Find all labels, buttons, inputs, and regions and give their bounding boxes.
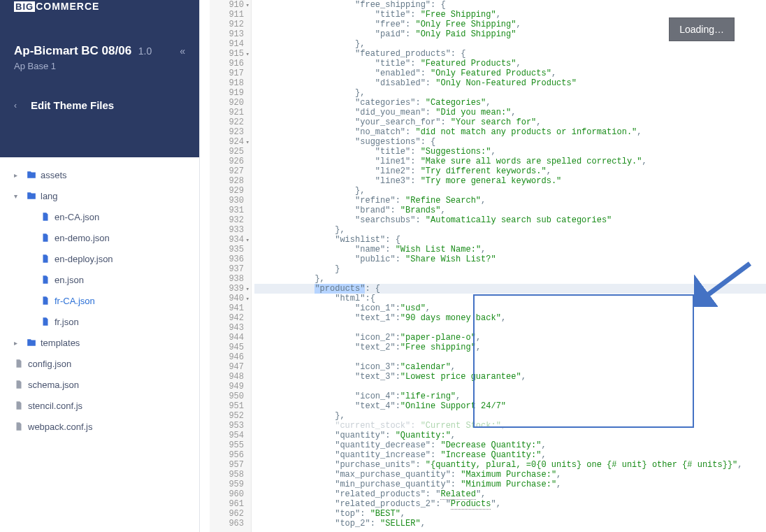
- code-line[interactable]: "top": "BEST",: [254, 509, 766, 519]
- code-line[interactable]: "suggestions": {: [254, 137, 766, 147]
- gutter-line[interactable]: 912: [210, 20, 244, 29]
- gutter-line[interactable]: 930: [210, 196, 244, 206]
- code-line[interactable]: "text_1":"90 days money back",: [254, 313, 766, 323]
- code-line[interactable]: "text_3":"Lowest price guarantee",: [254, 372, 766, 382]
- tree-file-stencil[interactable]: stencil.conf.js: [0, 395, 199, 416]
- tree-file-en-deploy[interactable]: en-deploy.json: [0, 248, 199, 269]
- code-line[interactable]: "brand": "Brands",: [254, 206, 766, 215]
- code-line[interactable]: "name": "Wish List Name:",: [254, 245, 766, 254]
- tree-file-en-demo[interactable]: en-demo.json: [0, 227, 199, 248]
- code-line[interactable]: "icon_3":"calendar",: [254, 362, 766, 372]
- gutter-line[interactable]: 945: [210, 343, 244, 352]
- code-line[interactable]: "products": {: [254, 284, 766, 294]
- gutter-line[interactable]: 918: [210, 78, 244, 88]
- gutter-line[interactable]: 957: [210, 460, 244, 470]
- chevron-down-icon[interactable]: ▾: [14, 192, 27, 200]
- code-line[interactable]: "searchsubs": "Automatically search sub …: [254, 215, 766, 225]
- gutter-line[interactable]: 916: [210, 59, 244, 69]
- code-line[interactable]: [254, 352, 766, 362]
- fold-icon[interactable]: ▾: [246, 285, 250, 294]
- code-line[interactable]: "icon_2":"paper-plane-o",: [254, 333, 766, 343]
- gutter-line[interactable]: 921: [210, 108, 244, 117]
- code-line[interactable]: "text_4":"Online Support 24/7": [254, 401, 766, 411]
- fold-icon[interactable]: ▾: [246, 236, 250, 245]
- code-line[interactable]: "refine": "Refine Search",: [254, 196, 766, 206]
- gutter-line[interactable]: 936: [210, 254, 244, 264]
- gutter-line[interactable]: 911: [210, 10, 244, 20]
- code-line[interactable]: "current_stock": "Current Stock:",: [254, 421, 766, 431]
- gutter-line[interactable]: 943: [210, 323, 244, 333]
- code-line[interactable]: [254, 323, 766, 333]
- code-editor[interactable]: 910▾911912913914915▾91691791891992092192…: [210, 0, 766, 532]
- tree-file-schema[interactable]: schema.json: [0, 374, 199, 395]
- gutter-line[interactable]: 931: [210, 206, 244, 215]
- editor-gutter[interactable]: 910▾911912913914915▾91691791891992092192…: [210, 0, 252, 532]
- gutter-line[interactable]: 951: [210, 401, 244, 411]
- code-line[interactable]: "related_products_2": "Products",: [254, 499, 766, 509]
- gutter-line[interactable]: 956: [210, 450, 244, 460]
- code-line[interactable]: }: [254, 264, 766, 274]
- gutter-line[interactable]: 914: [210, 39, 244, 49]
- gutter-line[interactable]: 958: [210, 470, 244, 480]
- tree-folder-assets[interactable]: ▸ assets: [0, 164, 199, 185]
- gutter-line[interactable]: 946: [210, 352, 244, 362]
- gutter-line[interactable]: 923: [210, 127, 244, 137]
- gutter-line[interactable]: 924▾: [210, 137, 244, 147]
- code-line[interactable]: "line1": "Make sure all words are spelle…: [254, 157, 766, 166]
- fold-icon[interactable]: ▾: [246, 50, 250, 59]
- code-line[interactable]: },: [254, 88, 766, 98]
- gutter-line[interactable]: 961: [210, 499, 244, 509]
- code-line[interactable]: "no_match": "did not match any products …: [254, 127, 766, 137]
- tree-folder-templates[interactable]: ▸ templates: [0, 332, 199, 353]
- tree-file-fr-ca[interactable]: fr-CA.json: [0, 290, 199, 311]
- gutter-line[interactable]: 937: [210, 264, 244, 274]
- code-line[interactable]: "wishlist": {: [254, 235, 766, 245]
- breadcrumb[interactable]: ‹ Edit Theme Files: [14, 99, 185, 111]
- code-line[interactable]: "title": "Suggestions:",: [254, 147, 766, 157]
- gutter-line[interactable]: 919: [210, 88, 244, 98]
- gutter-line[interactable]: 940▾: [210, 294, 244, 303]
- gutter-line[interactable]: 925: [210, 147, 244, 157]
- tree-file-en-ca[interactable]: en-CA.json: [0, 206, 199, 227]
- code-line[interactable]: "purchase_units": "{quantity, plural, =0…: [254, 460, 766, 470]
- gutter-line[interactable]: 954: [210, 431, 244, 440]
- gutter-line[interactable]: 929: [210, 186, 244, 196]
- code-line[interactable]: "line3": "Try more general keywords.": [254, 176, 766, 186]
- code-line[interactable]: "max_purchase_quantity": "Maximum Purcha…: [254, 470, 766, 480]
- code-line[interactable]: "quantity_increase": "Increase Quantity:…: [254, 450, 766, 460]
- gutter-line[interactable]: 947: [210, 362, 244, 372]
- code-line[interactable]: "min_purchase_quantity": "Minimum Purcha…: [254, 480, 766, 489]
- tree-file-en[interactable]: en.json: [0, 269, 199, 290]
- code-line[interactable]: "free_shipping": {: [254, 0, 766, 10]
- gutter-line[interactable]: 913: [210, 29, 244, 39]
- gutter-line[interactable]: 941: [210, 303, 244, 313]
- chevron-right-icon[interactable]: ▸: [14, 339, 27, 347]
- code-line[interactable]: },: [254, 186, 766, 196]
- gutter-line[interactable]: 935: [210, 245, 244, 254]
- code-line[interactable]: "categories": "Categories",: [254, 98, 766, 108]
- gutter-line[interactable]: 932: [210, 215, 244, 225]
- code-line[interactable]: "enabled": "Only Featured Products",: [254, 69, 766, 78]
- gutter-line[interactable]: 955: [210, 440, 244, 450]
- gutter-line[interactable]: 927: [210, 166, 244, 176]
- gutter-line[interactable]: 928: [210, 176, 244, 186]
- gutter-line[interactable]: 926: [210, 157, 244, 166]
- code-line[interactable]: "html":{: [254, 294, 766, 303]
- fold-icon[interactable]: ▾: [246, 1, 250, 10]
- code-line[interactable]: "public": "Share Wish List?": [254, 254, 766, 264]
- gutter-line[interactable]: 942: [210, 313, 244, 323]
- gutter-line[interactable]: 959: [210, 480, 244, 489]
- code-line[interactable]: "quantity": "Quantity:",: [254, 431, 766, 440]
- code-line[interactable]: "quantity_decrease": "Decrease Quantity:…: [254, 440, 766, 450]
- editor-code[interactable]: "free_shipping": { "title": "Free Shippi…: [252, 0, 766, 532]
- code-line[interactable]: "related_products": "Related",: [254, 489, 766, 499]
- fold-icon[interactable]: ▾: [246, 138, 250, 148]
- code-line[interactable]: },: [254, 225, 766, 235]
- code-line[interactable]: [254, 382, 766, 391]
- back-icon[interactable]: ‹: [14, 101, 21, 110]
- code-line[interactable]: },: [254, 274, 766, 284]
- gutter-line[interactable]: 953: [210, 421, 244, 431]
- code-line[interactable]: },: [254, 411, 766, 421]
- code-line[interactable]: "line2": "Try different keywords.",: [254, 166, 766, 176]
- code-line[interactable]: "disabled": "Only Non-Featured Products": [254, 78, 766, 88]
